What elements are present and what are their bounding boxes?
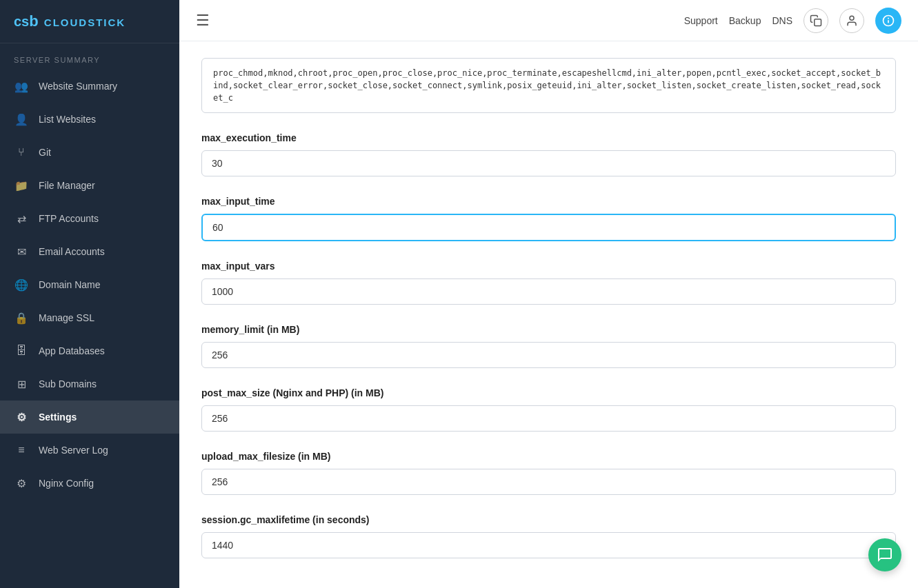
field-max-input-time: max_input_time: [201, 196, 896, 241]
backup-link[interactable]: Backup: [729, 15, 761, 26]
settings-icon: ⚙: [14, 409, 29, 425]
power-icon: [881, 14, 895, 28]
field-post-max-size: post_max_size (Nginx and PHP) (in MB): [201, 387, 896, 432]
nginx-config-icon: ⚙: [14, 476, 29, 491]
sidebar-item-settings[interactable]: ⚙ Settings: [0, 401, 179, 434]
sidebar-item-label: File Manager: [39, 180, 95, 191]
input-max-input-vars[interactable]: [201, 278, 896, 305]
email-icon: ✉: [14, 244, 29, 259]
sidebar-item-domain-name[interactable]: 🌐 Domain Name: [0, 268, 179, 301]
input-post-max-size[interactable]: [201, 405, 896, 432]
sidebar-item-manage-ssl[interactable]: 🔒 Manage SSL: [0, 301, 179, 334]
subdomains-icon: ⊞: [14, 376, 29, 392]
sidebar-item-label: Git: [39, 147, 51, 158]
sidebar: csb CLOUDSTICK SERVER SUMMARY 👥 Website …: [0, 0, 179, 588]
input-max-input-time[interactable]: [201, 214, 896, 241]
sidebar-item-label: Manage SSL: [39, 312, 94, 323]
copy-icon-button[interactable]: [804, 8, 828, 33]
label-session-gc-maxlifetime: session.gc_maxlifetime (in seconds): [201, 514, 896, 525]
file-manager-icon: 📁: [14, 178, 29, 193]
sidebar-item-website-summary[interactable]: 👥 Website Summary: [0, 70, 179, 103]
hamburger-icon[interactable]: ☰: [196, 12, 210, 30]
logo: csb CLOUDSTICK: [0, 0, 179, 43]
input-session-gc-maxlifetime[interactable]: [201, 532, 896, 558]
topbar-right: Support Backup DNS: [684, 8, 901, 34]
svg-point-1: [850, 16, 854, 20]
sidebar-item-label: Email Accounts: [39, 246, 105, 257]
sidebar-item-web-server-log[interactable]: ≡ Web Server Log: [0, 434, 179, 467]
label-max-input-time: max_input_time: [201, 196, 896, 207]
main-area: ☰ Support Backup DNS: [179, 0, 918, 588]
sidebar-item-label: FTP Accounts: [39, 213, 99, 224]
topbar-left: ☰: [196, 12, 210, 30]
git-icon: ⑂: [14, 145, 29, 160]
sidebar-item-label: Domain Name: [39, 279, 100, 290]
sidebar-item-ftp-accounts[interactable]: ⇄ FTP Accounts: [0, 202, 179, 235]
sidebar-item-label: Website Summary: [39, 81, 117, 92]
list-websites-icon: 👤: [14, 112, 29, 127]
label-max-execution-time: max_execution_time: [201, 132, 896, 143]
user-icon-button[interactable]: [839, 8, 864, 33]
field-upload-max-filesize: upload_max_filesize (in MB): [201, 451, 896, 495]
sidebar-item-list-websites[interactable]: 👤 List Websites: [0, 103, 179, 136]
avatar-button[interactable]: [875, 8, 901, 34]
field-max-execution-time: max_execution_time: [201, 132, 896, 176]
sidebar-item-sub-domains[interactable]: ⊞ Sub Domains: [0, 367, 179, 401]
ftp-icon: ⇄: [14, 211, 29, 226]
field-session-gc-maxlifetime: session.gc_maxlifetime (in seconds): [201, 514, 896, 558]
sidebar-item-label: Web Server Log: [39, 445, 108, 456]
sidebar-item-label: Nginx Config: [39, 478, 94, 489]
input-max-execution-time[interactable]: [201, 150, 896, 176]
content-area: proc_chmod,mknod,chroot,proc_open,proc_c…: [179, 41, 918, 588]
user-icon: [846, 14, 858, 27]
dns-link[interactable]: DNS: [772, 15, 792, 26]
field-max-input-vars: max_input_vars: [201, 261, 896, 305]
sidebar-section-label: SERVER SUMMARY: [0, 43, 179, 70]
website-summary-icon: 👥: [14, 79, 29, 94]
label-post-max-size: post_max_size (Nginx and PHP) (in MB): [201, 387, 896, 398]
sidebar-item-nginx-config[interactable]: ⚙ Nginx Config: [0, 467, 179, 500]
input-upload-max-filesize[interactable]: [201, 469, 896, 495]
sidebar-item-label: Settings: [39, 412, 77, 423]
databases-icon: 🗄: [14, 343, 29, 358]
label-max-input-vars: max_input_vars: [201, 261, 896, 272]
topbar: ☰ Support Backup DNS: [179, 0, 918, 41]
chat-bubble-button[interactable]: [868, 538, 901, 571]
support-link[interactable]: Support: [684, 15, 718, 26]
svg-rect-0: [815, 19, 821, 26]
sidebar-item-label: List Websites: [39, 114, 96, 125]
field-memory-limit: memory_limit (in MB): [201, 324, 896, 368]
sidebar-item-label: App Databases: [39, 345, 105, 356]
input-memory-limit[interactable]: [201, 342, 896, 368]
label-upload-max-filesize: upload_max_filesize (in MB): [201, 451, 896, 462]
sidebar-item-app-databases[interactable]: 🗄 App Databases: [0, 334, 179, 367]
sidebar-item-file-manager[interactable]: 📁 File Manager: [0, 169, 179, 202]
web-server-log-icon: ≡: [14, 443, 29, 458]
sidebar-item-email-accounts[interactable]: ✉ Email Accounts: [0, 235, 179, 268]
ssl-icon: 🔒: [14, 310, 29, 325]
domain-icon: 🌐: [14, 277, 29, 292]
sidebar-item-label: Sub Domains: [39, 378, 97, 389]
copy-icon: [810, 14, 822, 27]
sidebar-item-git[interactable]: ⑂ Git: [0, 136, 179, 169]
label-memory-limit: memory_limit (in MB): [201, 324, 896, 335]
disabled-functions-block: proc_chmod,mknod,chroot,proc_open,proc_c…: [201, 58, 896, 113]
chat-icon: [877, 547, 893, 563]
